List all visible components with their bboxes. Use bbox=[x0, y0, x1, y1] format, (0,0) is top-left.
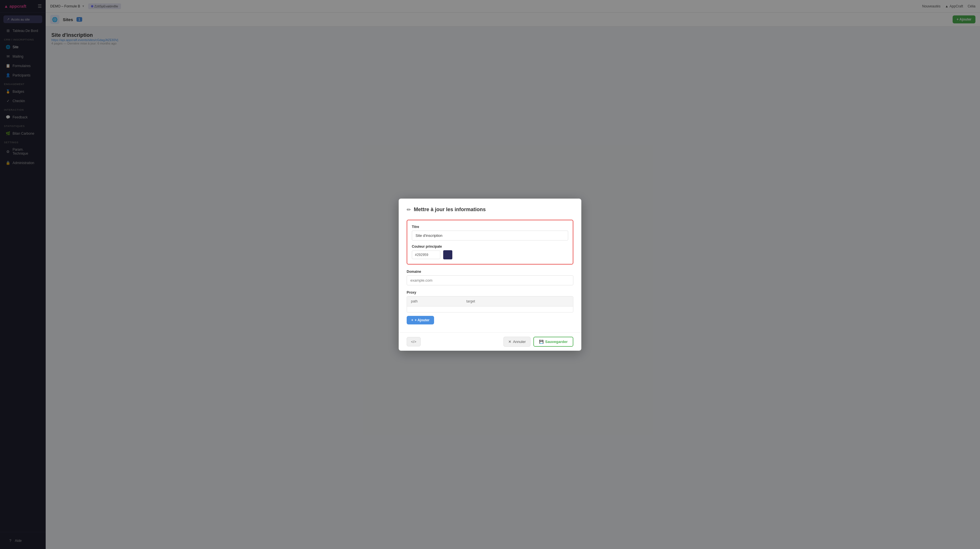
proxy-label: Proxy bbox=[407, 291, 573, 294]
color-row bbox=[412, 250, 568, 259]
ajouter-proxy-button[interactable]: + + Ajouter bbox=[407, 316, 434, 325]
proxy-table-header: path target bbox=[407, 296, 573, 307]
modal-overlay: ✏ Mettre à jour les informations Titre C… bbox=[0, 0, 980, 549]
sauvegarder-button[interactable]: 💾 Sauvegarder bbox=[533, 337, 573, 347]
domaine-label: Domaine bbox=[407, 270, 573, 274]
proxy-col-path: path bbox=[407, 296, 462, 306]
proxy-col-target: target bbox=[462, 296, 518, 306]
domaine-input[interactable] bbox=[407, 275, 573, 285]
edit-icon: ✏ bbox=[407, 207, 411, 213]
domaine-section: Domaine bbox=[407, 270, 573, 285]
x-icon: ✕ bbox=[508, 339, 511, 344]
modal-title-row: ✏ Mettre à jour les informations bbox=[407, 207, 573, 213]
couleur-label: Couleur principale bbox=[412, 245, 568, 248]
annuler-button[interactable]: ✕ Annuler bbox=[503, 337, 531, 347]
code-button[interactable]: </> bbox=[407, 337, 421, 346]
titre-label: Titre bbox=[412, 225, 568, 229]
proxy-table: path target bbox=[407, 296, 573, 312]
proxy-col-action bbox=[518, 296, 573, 306]
color-hex-input[interactable] bbox=[412, 250, 440, 259]
modal-title: Mettre à jour les informations bbox=[414, 207, 486, 213]
titre-input[interactable] bbox=[412, 231, 568, 240]
update-info-modal: ✏ Mettre à jour les informations Titre C… bbox=[399, 199, 581, 351]
save-icon: 💾 bbox=[539, 339, 544, 344]
proxy-table-body bbox=[407, 307, 573, 312]
modal-body: ✏ Mettre à jour les informations Titre C… bbox=[399, 199, 581, 333]
modal-footer: </> ✕ Annuler 💾 Sauvegarder bbox=[399, 333, 581, 351]
proxy-section: Proxy path target + + Ajouter bbox=[407, 291, 573, 325]
titre-couleur-section: Titre Couleur principale bbox=[407, 220, 573, 264]
color-swatch[interactable] bbox=[443, 250, 452, 259]
plus-icon: + bbox=[411, 318, 413, 322]
footer-buttons: ✕ Annuler 💾 Sauvegarder bbox=[503, 337, 573, 347]
